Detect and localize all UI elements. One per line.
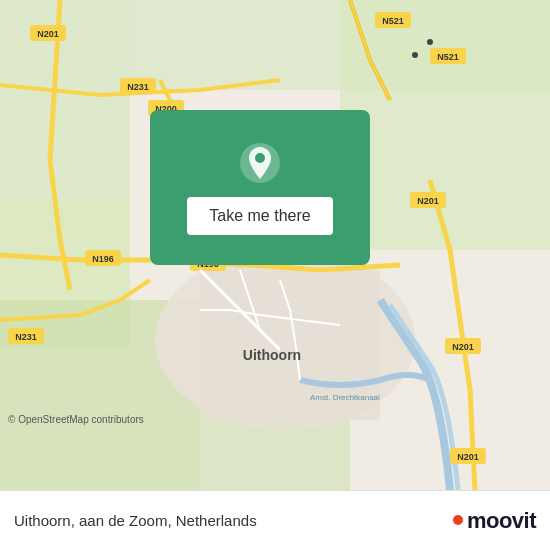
map-container: Amst. Drechtkanaal N521 N521 N231 N201 N… — [0, 0, 550, 490]
svg-text:N201: N201 — [37, 29, 59, 39]
svg-point-33 — [427, 39, 433, 45]
bottom-bar: Uithoorn, aan de Zoom, Netherlands moovi… — [0, 490, 550, 550]
svg-text:N201: N201 — [452, 342, 474, 352]
svg-point-36 — [255, 153, 265, 163]
svg-text:N521: N521 — [437, 52, 459, 62]
svg-text:Uithoorn: Uithoorn — [243, 347, 301, 363]
moovit-logo-text: moovit — [467, 508, 536, 534]
location-pin-icon — [238, 141, 282, 185]
svg-text:N201: N201 — [457, 452, 479, 462]
svg-text:N196: N196 — [92, 254, 114, 264]
svg-text:N231: N231 — [127, 82, 149, 92]
svg-text:N521: N521 — [382, 16, 404, 26]
svg-text:N231: N231 — [15, 332, 37, 342]
moovit-logo: moovit — [453, 508, 536, 534]
svg-rect-3 — [340, 0, 550, 250]
take-me-there-button[interactable]: Take me there — [187, 197, 332, 235]
svg-point-32 — [412, 52, 418, 58]
svg-text:N201: N201 — [417, 196, 439, 206]
location-panel: Take me there — [150, 110, 370, 265]
svg-text:Amst. Drechtkanaal: Amst. Drechtkanaal — [310, 393, 380, 402]
copyright-text: © OpenStreetMap contributors — [8, 414, 144, 425]
location-label: Uithoorn, aan de Zoom, Netherlands — [14, 512, 257, 529]
moovit-dot — [453, 515, 463, 525]
